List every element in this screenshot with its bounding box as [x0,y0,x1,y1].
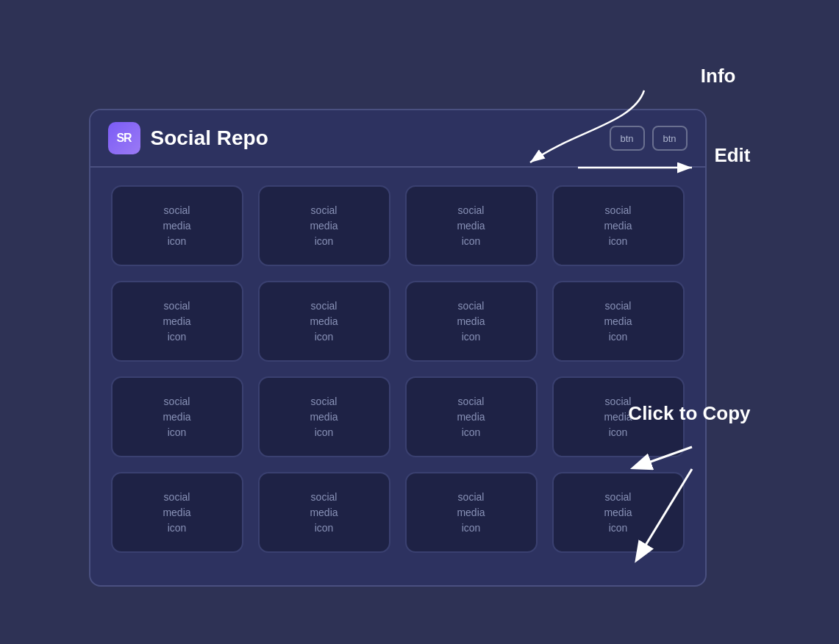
icon-cell-label: socialmediaicon [604,203,632,249]
info-label: Info [701,65,736,87]
icon-cell[interactable]: socialmediaicon [258,185,390,266]
icon-cell[interactable]: socialmediaicon [552,472,685,553]
icon-cell[interactable]: socialmediaicon [258,376,390,457]
copy-annotation: Click to Copy [628,402,750,425]
edit-button[interactable]: btn [652,126,688,151]
copy-label: Click to Copy [628,402,750,424]
icon-cell[interactable]: socialmediaicon [258,281,390,362]
icon-cell-label: socialmediaicon [457,203,485,249]
icon-cell[interactable]: socialmediaicon [111,472,243,553]
icon-cell[interactable]: socialmediaicon [111,281,243,362]
icon-cell-label: socialmediaicon [310,298,338,345]
icon-cell[interactable]: socialmediaicon [552,185,685,266]
icon-cell-label: socialmediaicon [163,490,190,536]
icon-cell-label: socialmediaicon [310,394,338,440]
icon-cell-label: socialmediaicon [604,490,632,536]
card-content: socialmediaiconsocialmediaiconsocialmedi… [90,168,705,570]
header-left: SR Social Repo [108,122,268,154]
app-title: Social Repo [151,126,268,150]
icon-cell-label: socialmediaicon [457,490,485,536]
info-annotation: Info [701,65,736,87]
icon-cell[interactable]: socialmediaicon [405,376,538,457]
icon-cell-label: socialmediaicon [163,203,190,249]
card-header: SR Social Repo btn btn [90,110,705,168]
icon-cell[interactable]: socialmediaicon [111,185,243,266]
icon-cell-label: socialmediaicon [310,203,338,249]
icon-cell-label: socialmediaicon [457,394,485,440]
btn2-label: btn [663,133,676,144]
icon-cell[interactable]: socialmediaicon [552,281,685,362]
info-button[interactable]: btn [610,126,645,151]
icon-cell[interactable]: socialmediaicon [405,281,538,362]
logo-text: SR [116,132,131,145]
icon-cell-label: socialmediaicon [163,298,190,345]
icon-grid: socialmediaiconsocialmediaiconsocialmedi… [111,185,685,553]
edit-annotation: Edit [714,144,750,167]
header-buttons: btn btn [610,126,688,151]
icon-cell[interactable]: socialmediaicon [405,185,538,266]
icon-cell-label: socialmediaicon [163,394,190,440]
icon-cell[interactable]: socialmediaicon [258,472,390,553]
icon-cell[interactable]: socialmediaicon [405,472,538,553]
app-logo: SR [108,122,140,154]
icon-cell-label: socialmediaicon [310,490,338,536]
edit-label: Edit [714,144,750,166]
icon-cell-label: socialmediaicon [604,298,632,345]
icon-cell[interactable]: socialmediaicon [111,376,243,457]
btn1-label: btn [620,133,633,144]
outer-wrapper: Info Edit Click to Copy [89,57,751,587]
icon-cell-label: socialmediaicon [457,298,485,345]
main-card: SR Social Repo btn btn socialmediaiconso… [89,109,707,587]
